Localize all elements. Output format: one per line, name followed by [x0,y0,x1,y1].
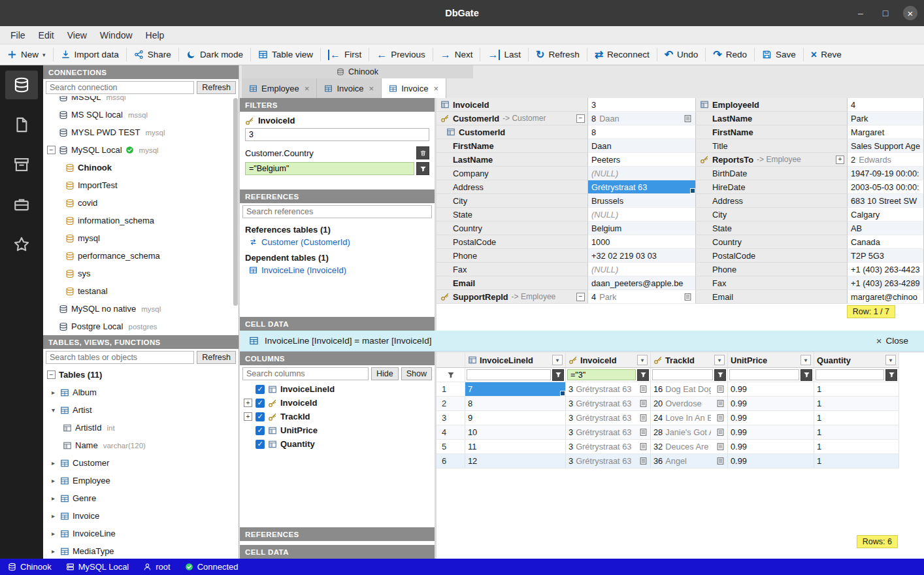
form-field-value[interactable]: Park [848,112,924,125]
connection-item-postgre-local[interactable]: Postgre Localpostgres [43,318,239,335]
column-menu-button[interactable]: ▾ [800,355,811,365]
connection-item-importtest[interactable]: ImportTest [43,176,239,194]
close-detail-button[interactable]: × Close [876,335,915,346]
form-field-value[interactable]: +1 (403) 263-4289 [848,276,924,290]
toolbar-redo-button[interactable]: ↷Redo [706,44,754,65]
column-menu-button[interactable]: ▾ [885,355,896,365]
checkbox-checked[interactable]: ✓ [256,426,265,435]
search-connection-input[interactable] [46,81,194,94]
grid-cell[interactable]: 1 [814,440,899,454]
grid-cell[interactable]: 1 [814,382,899,397]
chevron-down-icon[interactable]: ▾ [50,406,57,414]
connections-refresh-button[interactable]: Refresh [197,81,236,94]
form-field-value[interactable]: (NULL) [588,208,696,222]
grid-cell[interactable]: 1 [814,454,899,468]
scrollbar-thumb[interactable] [233,98,238,306]
reference-link[interactable]: InvoiceLine (InvoiceId) [240,264,435,276]
grid-filter-input[interactable] [729,369,799,380]
tables-item-invoiceline[interactable]: ▸InvoiceLine [43,525,239,542]
toolbar-save-button[interactable]: Save [755,44,803,65]
form-field-value[interactable]: AB [848,222,924,235]
grid-cell[interactable]: 3Grétrystraat 63 [566,440,651,454]
tables-item-tables-11[interactable]: −Tables (11) [43,366,239,384]
tab-close-icon[interactable]: × [369,84,374,93]
sidebar-favorites-button[interactable] [5,230,38,259]
filter-value-input[interactable] [245,128,429,141]
filter-menu-button[interactable] [552,369,564,381]
form-field-value[interactable]: 2003-05-03 00:00: [848,180,924,194]
tables-item-name[interactable]: Namevarchar(120) [43,436,239,454]
sidebar-archive-button[interactable] [5,150,38,179]
tables-item-genre[interactable]: ▸Genre [43,489,239,507]
connection-item-mssql[interactable]: MSSQLmssql [43,96,239,106]
tables-item-mediatype[interactable]: ▸MediaType [43,542,239,559]
grid-cell[interactable]: 0.99 [728,397,814,411]
search-tables-input[interactable] [46,351,194,364]
form-field-value[interactable]: 8 [588,125,696,139]
grid-cell[interactable]: 3Grétrystraat 63 [566,411,651,425]
filter-menu-button[interactable] [800,369,812,381]
form-field-value[interactable]: Belgium [588,222,696,235]
connection-item-mysql[interactable]: mysql [43,229,239,247]
grid-cell[interactable]: 0.99 [728,440,814,454]
connection-item-mysl-pwd-test[interactable]: MYSL PWD TESTmysql [43,123,239,141]
expand-icon[interactable]: + [244,399,252,407]
grid-cell[interactable]: 10 [465,425,566,440]
form-field-value[interactable]: margaret@chinoo [848,290,924,304]
clear-filters-button[interactable] [437,368,465,382]
collapse-icon[interactable]: − [576,293,585,301]
grid-filter-input[interactable] [816,369,884,380]
toolbar-undo-button[interactable]: ↶Undo [657,44,706,65]
tab-employee-0[interactable]: Employee× [242,78,317,98]
chevron-right-icon[interactable]: ▸ [50,495,57,502]
menu-help[interactable]: Help [139,28,171,42]
column-checkbox-row-unitprice[interactable]: ✓UnitPrice [240,423,435,437]
close-button[interactable]: × [903,6,917,20]
form-field-value[interactable]: (NULL) [588,263,696,276]
toolbar-new-button[interactable]: New▾ [0,44,53,65]
grid-cell[interactable]: 36Angel [651,454,728,468]
form-field-value[interactable]: T2P 5G3 [848,249,924,263]
tables-item-album[interactable]: ▸Album [43,384,239,401]
grid-cell[interactable]: 32Deuces Are W [651,440,728,454]
grid-cell[interactable]: 7 [465,382,566,397]
tables-item-invoice[interactable]: ▸Invoice [43,507,239,525]
form-field-value[interactable]: 1947-09-19 00:00: [848,167,924,180]
hide-column-button[interactable]: Hide [371,367,399,380]
form-field-value[interactable]: daan_peeters@apple.be [588,276,696,290]
form-field-value[interactable]: Peeters [588,153,696,167]
grid-cell[interactable]: 20Overdose [651,397,728,411]
checkbox-checked[interactable]: ✓ [256,412,265,421]
expand-icon[interactable]: + [244,412,252,421]
menu-view[interactable]: View [61,28,93,42]
grid-cell[interactable]: 1 [814,425,899,440]
toolbar-table-view-button[interactable]: Table view [251,44,320,65]
connection-item-testanal[interactable]: testanal [43,282,239,300]
toolbar-dark-mode-button[interactable]: Dark mode [179,44,250,65]
tables-refresh-button[interactable]: Refresh [197,351,236,364]
toolbar-reve-button[interactable]: ×Reve [804,44,849,65]
collapse-icon[interactable]: − [47,370,56,379]
connection-item-chinook[interactable]: Chinook [43,159,239,176]
connection-item-ms-sql-local[interactable]: MS SQL localmssql [43,106,239,123]
grid-filter-input[interactable] [652,369,713,380]
form-field-value[interactable]: 2Edwards [848,153,924,167]
menu-edit[interactable]: Edit [32,28,61,42]
grid-cell[interactable]: 0.99 [728,411,814,425]
minimize-button[interactable]: – [853,6,868,20]
column-checkbox-row-invoiceid[interactable]: +✓InvoiceId [240,396,435,410]
chevron-right-icon[interactable]: ▸ [50,530,57,537]
form-field-value[interactable]: 4Park [588,290,696,304]
toolbar-first-button[interactable]: ←First [321,44,369,65]
tables-item-customer[interactable]: ▸Customer [43,454,239,472]
form-field-value[interactable]: 683 10 Street SW [848,194,924,208]
toolbar-last-button[interactable]: →Last [480,44,528,65]
chevron-right-icon[interactable]: ▸ [50,548,57,555]
grid-cell[interactable]: 3Grétrystraat 63 [566,382,651,397]
grid-cell[interactable]: 1 [814,411,899,425]
chevron-right-icon[interactable]: ▸ [50,389,57,396]
collapse-icon[interactable]: − [576,114,585,123]
form-field-value[interactable]: 1000 [588,235,696,249]
form-field-value[interactable]: 8Daan [588,112,696,125]
chevron-right-icon[interactable]: ▸ [50,459,57,467]
